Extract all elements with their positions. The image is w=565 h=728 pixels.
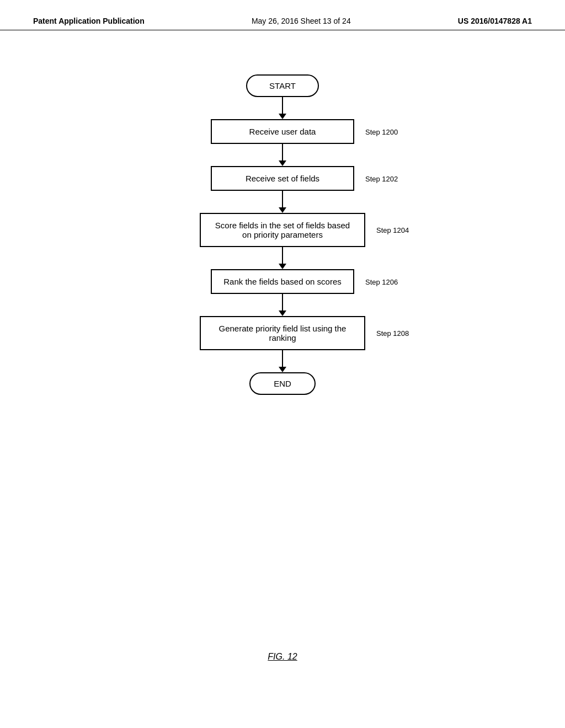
arrow-line-3 bbox=[282, 191, 283, 207]
node-generate-priority: Generate priority field list using the r… bbox=[200, 316, 365, 350]
step-1204-label: Step 1204 bbox=[376, 226, 409, 234]
arrow-6 bbox=[279, 350, 286, 372]
arrow-1 bbox=[279, 97, 286, 119]
arrow-3 bbox=[279, 191, 286, 213]
arrow-head-1 bbox=[279, 114, 286, 119]
arrow-head-5 bbox=[279, 311, 286, 316]
rank-fields-box: Rank the fields based on scores bbox=[211, 269, 354, 294]
arrow-head-3 bbox=[279, 207, 286, 213]
figure-label: FIG. 12 bbox=[268, 652, 297, 662]
arrow-5 bbox=[279, 294, 286, 316]
node-receive-user-data: Receive user data Step 1200 bbox=[211, 119, 354, 144]
arrow-line-1 bbox=[282, 97, 283, 114]
end-oval: END bbox=[249, 372, 316, 395]
receive-user-data-box: Receive user data bbox=[211, 119, 354, 144]
arrow-head-4 bbox=[279, 264, 286, 269]
page: Patent Application Publication May 26, 2… bbox=[0, 0, 565, 728]
receive-set-of-fields-text: Receive set of fields bbox=[246, 174, 319, 183]
receive-set-of-fields-box: Receive set of fields bbox=[211, 166, 354, 191]
receive-user-data-text: Receive user data bbox=[249, 127, 316, 136]
header-right-text: US 2016/0147828 A1 bbox=[458, 17, 532, 25]
step-1200-label: Step 1200 bbox=[365, 127, 398, 136]
step-1208-label: Step 1208 bbox=[376, 329, 409, 338]
header-center-text: May 26, 2016 Sheet 13 of 24 bbox=[252, 17, 351, 25]
step-1202-label: Step 1202 bbox=[365, 174, 398, 183]
header-left-text: Patent Application Publication bbox=[33, 17, 145, 25]
arrow-line-5 bbox=[282, 294, 283, 311]
arrow-line-2 bbox=[282, 144, 283, 160]
generate-priority-box: Generate priority field list using the r… bbox=[200, 316, 365, 350]
score-fields-box: Score fields in the set of fields based … bbox=[200, 213, 365, 247]
end-node: END bbox=[249, 372, 316, 395]
arrow-4 bbox=[279, 247, 286, 269]
rank-fields-text: Rank the fields based on scores bbox=[223, 277, 341, 286]
arrow-2 bbox=[279, 144, 286, 166]
step-1206-label: Step 1206 bbox=[365, 277, 398, 286]
node-rank-fields: Rank the fields based on scores Step 120… bbox=[211, 269, 354, 294]
arrow-head-6 bbox=[279, 367, 286, 372]
generate-priority-text: Generate priority field list using the r… bbox=[219, 324, 347, 342]
arrow-line-4 bbox=[282, 247, 283, 264]
flowchart: START Receive user data Step 1200 Receiv… bbox=[0, 30, 565, 395]
node-receive-set-of-fields: Receive set of fields Step 1202 bbox=[211, 166, 354, 191]
start-node: START bbox=[246, 74, 319, 97]
arrow-line-6 bbox=[282, 350, 283, 367]
node-score-fields: Score fields in the set of fields based … bbox=[200, 213, 365, 247]
start-oval: START bbox=[246, 74, 319, 97]
score-fields-text: Score fields in the set of fields based … bbox=[215, 221, 350, 239]
arrow-head-2 bbox=[279, 160, 286, 166]
header: Patent Application Publication May 26, 2… bbox=[0, 0, 565, 30]
